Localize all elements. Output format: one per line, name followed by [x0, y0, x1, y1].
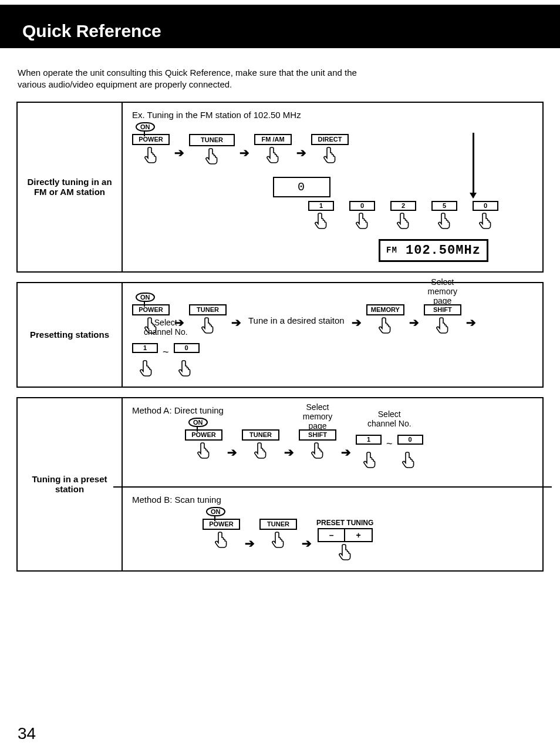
hand-icon	[253, 442, 268, 459]
panel-presetting: Presetting stations ON POWER ➔ TUNER ➔ T…	[16, 282, 544, 388]
arrow-icon: ➔	[408, 315, 420, 330]
hand-icon	[204, 147, 220, 165]
arrow-icon: ➔	[295, 146, 308, 160]
panel-label: Tuning in a preset station	[18, 398, 123, 570]
panel-direct-tuning: Directly tuning in an FM or AM station E…	[16, 102, 544, 273]
caption-channel: Select channel No.	[363, 409, 416, 428]
frequency-display: FM 102.50MHz	[379, 239, 488, 262]
step-power: ON POWER	[203, 519, 240, 549]
step-shift: Select memory page SHIFT	[299, 429, 336, 459]
step-direct: DIRECT	[311, 134, 349, 164]
arrow-icon: ➔	[230, 315, 242, 330]
arrow-icon: ➔	[238, 146, 251, 160]
memory-button[interactable]: MEMORY	[366, 304, 404, 315]
on-label: ON	[136, 122, 155, 132]
caption-memory: Select memory page	[294, 402, 341, 431]
page-number: 34	[18, 724, 36, 743]
shift-button[interactable]: SHIFT	[299, 429, 336, 441]
hand-icon	[478, 212, 493, 230]
hand-icon	[313, 212, 329, 230]
tuner-button[interactable]: TUNER	[242, 429, 279, 441]
hand-icon	[401, 451, 416, 469]
digit-button[interactable]: 1	[308, 201, 334, 211]
arrow-icon: ➔	[226, 445, 238, 459]
hand-icon	[377, 317, 393, 334]
hand-icon	[435, 317, 450, 334]
preset-tuning-button[interactable]: – +	[318, 528, 373, 542]
digit-button[interactable]: 1	[132, 343, 158, 353]
hand-icon	[177, 359, 193, 377]
digit-button[interactable]: 0	[473, 201, 498, 211]
hand-icon	[396, 212, 411, 230]
power-button[interactable]: POWER	[203, 519, 240, 530]
minus-button[interactable]: –	[319, 529, 346, 541]
digit-display: 0	[273, 177, 330, 197]
digit-button[interactable]: 5	[431, 201, 457, 211]
step-fmam: FM /AM	[254, 134, 292, 164]
step-channel: Select channel No. 1 ~ 0	[356, 429, 423, 469]
tuner-button[interactable]: TUNER	[189, 304, 227, 315]
fmam-button[interactable]: FM /AM	[254, 134, 292, 145]
method-b-label: Method B: Scan tuning	[132, 495, 533, 505]
hand-icon	[214, 531, 229, 549]
panel-label: Presetting stations	[18, 283, 123, 387]
step-channel: Select channel No. 1 ~ 0	[132, 338, 200, 377]
page-title: Quick Reference	[22, 21, 560, 41]
step-power: ON POWER	[185, 429, 222, 459]
header-bar: Quick Reference	[0, 5, 560, 48]
tune-text: Tune in a desired staiton	[246, 315, 347, 326]
hand-icon	[271, 531, 286, 549]
on-label: ON	[188, 418, 208, 427]
tuner-button[interactable]: TUNER	[259, 519, 297, 530]
power-button[interactable]: POWER	[132, 134, 170, 145]
digit-button[interactable]: 2	[390, 201, 416, 211]
hand-icon	[355, 212, 370, 230]
hand-icon	[310, 442, 325, 459]
on-label: ON	[136, 293, 155, 302]
digit-row: 1 0 2 5 0	[308, 201, 533, 230]
tuner-button[interactable]: TUNER	[189, 134, 235, 146]
step-tuner: TUNER	[189, 134, 235, 165]
tilde: ~	[160, 346, 171, 358]
step-shift: Select memory page SHIFT	[424, 304, 461, 334]
hand-icon	[143, 146, 158, 164]
intro-text: When operate the unit consulting this Qu…	[18, 67, 382, 91]
hand-icon	[437, 212, 452, 230]
step-preset: PRESET TUNING – +	[316, 519, 373, 561]
power-button[interactable]: POWER	[132, 304, 170, 315]
hand-icon	[265, 146, 281, 164]
digit-button[interactable]: 0	[174, 343, 200, 353]
tilde: ~	[384, 438, 395, 450]
on-label: ON	[206, 507, 225, 516]
digit-button[interactable]: 0	[349, 201, 375, 211]
direct-button[interactable]: DIRECT	[311, 134, 349, 145]
panel-label: Directly tuning in an FM or AM station	[18, 103, 123, 271]
panel-tuning-preset: Tuning in a preset station Method A: Dir…	[16, 397, 544, 572]
arrow-icon: ➔	[244, 536, 256, 550]
power-button[interactable]: POWER	[185, 429, 222, 441]
hand-icon	[200, 317, 215, 334]
step-tuner: TUNER	[242, 429, 279, 459]
digit-button[interactable]: 0	[397, 435, 423, 445]
arrow-icon: ➔	[301, 536, 313, 550]
arrow-icon: ➔	[283, 445, 295, 459]
shift-button[interactable]: SHIFT	[424, 304, 461, 315]
step-tuner: TUNER	[189, 304, 227, 334]
step-tuner: TUNER	[259, 519, 297, 549]
hand-icon	[196, 442, 211, 459]
digit-button[interactable]: 1	[356, 435, 382, 445]
arrow-icon: ➔	[173, 146, 185, 160]
arrow-icon: ➔	[340, 445, 352, 459]
preset-tuning-label: PRESET TUNING	[316, 519, 373, 527]
hand-icon	[338, 543, 353, 561]
hand-icon	[322, 146, 338, 164]
plus-button[interactable]: +	[345, 529, 371, 541]
caption-channel: Select channel No.	[139, 318, 192, 337]
caption-memory: Select memory page	[419, 277, 466, 305]
arrow-icon: ➔	[465, 315, 477, 330]
step-memory: MEMORY	[366, 304, 404, 334]
example-text: Ex. Tuning in the FM station of 102.50 M…	[132, 110, 533, 120]
step-power: ON POWER	[132, 134, 170, 164]
hand-icon	[139, 359, 154, 377]
arrow-icon: ➔	[350, 315, 363, 330]
